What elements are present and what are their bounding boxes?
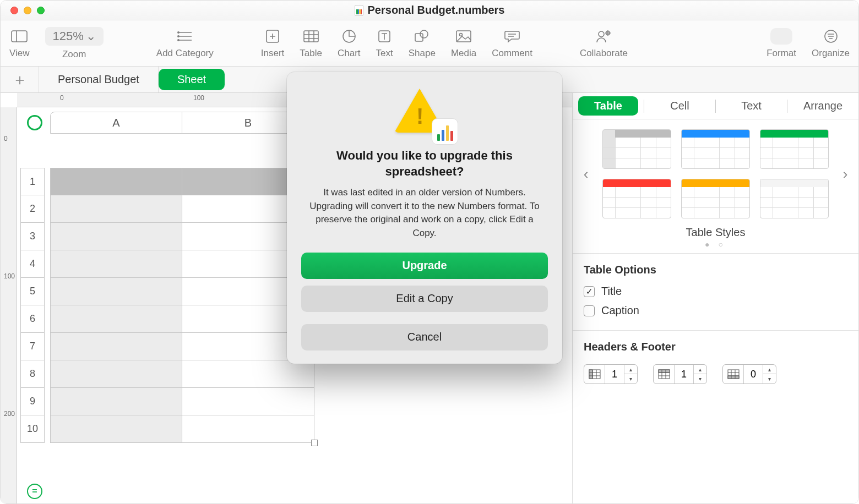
numbers-app-icon (432, 118, 458, 145)
dialog-body: It was last edited in an older version o… (303, 186, 546, 240)
edit-copy-button[interactable]: Edit a Copy (301, 286, 548, 312)
upgrade-dialog: ! Would you like to upgrade this spreads… (287, 72, 562, 364)
warning-icon: ! (394, 89, 455, 141)
upgrade-button[interactable]: Upgrade (301, 253, 548, 279)
dialog-heading: Would you like to upgrade this spreadshe… (307, 148, 542, 179)
cancel-button[interactable]: Cancel (301, 324, 548, 350)
